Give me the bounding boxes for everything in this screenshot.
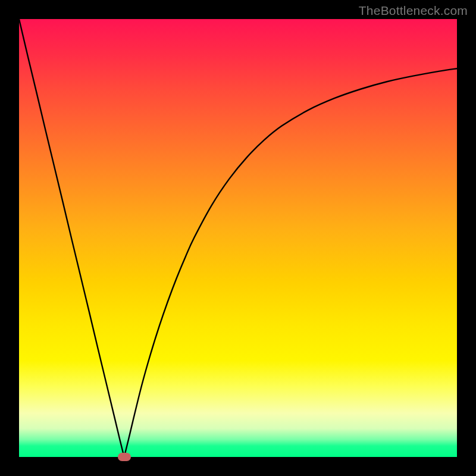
- chart-frame: TheBottleneck.com: [0, 0, 476, 476]
- optimum-marker: [118, 453, 131, 461]
- plot-area: [19, 19, 457, 457]
- bottleneck-curve: [19, 19, 457, 457]
- watermark-text: TheBottleneck.com: [359, 4, 468, 18]
